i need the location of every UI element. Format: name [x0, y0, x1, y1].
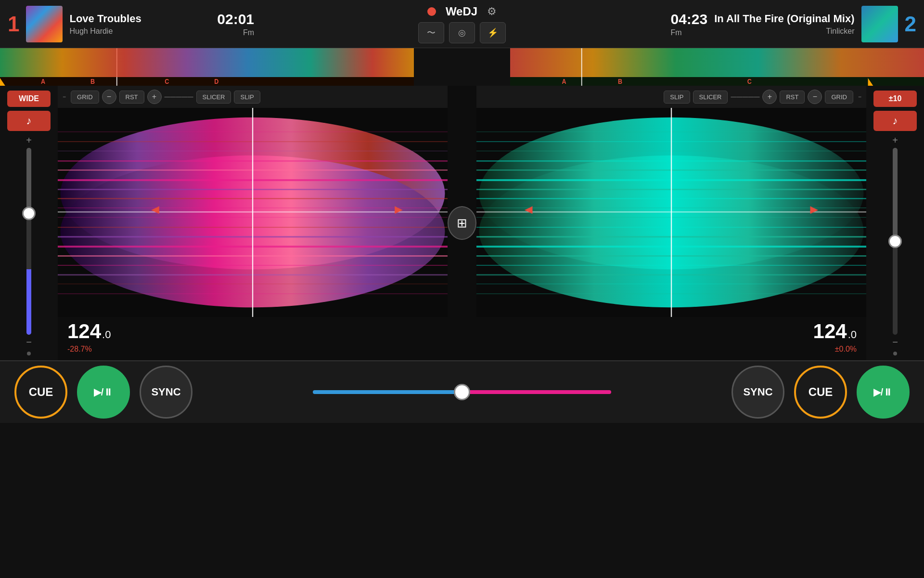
deck1-album-art[interactable]: [26, 6, 63, 42]
deck1-title: Love Troubles: [69, 13, 141, 25]
deck1-pitch-plus[interactable]: +: [26, 135, 32, 146]
center-area: ⊞: [448, 86, 476, 360]
deck2-slicer-btn[interactable]: SLICER: [693, 91, 728, 104]
deck1-grid-label-end: —————: [165, 93, 193, 100]
svg-text:B: B: [618, 78, 622, 85]
wedj-bar: WeDJ ⚙: [427, 5, 497, 18]
header: 1 Love Troubles Hugh Hardie 02:01 Fm WeD…: [0, 0, 924, 48]
deck1-time: 02:01: [217, 11, 254, 27]
waveform-btn-3[interactable]: ⚡: [480, 22, 506, 43]
svg-rect-0: [0, 48, 414, 86]
svg-rect-9: [510, 48, 924, 77]
deck2-bpm: 124: [813, 320, 847, 343]
deck1-pitch-minus[interactable]: −: [26, 337, 32, 348]
deck2-pitch-slider-wrap: + −: [870, 135, 920, 348]
deck2-grid-btn[interactable]: GRID: [825, 91, 853, 104]
overview-section: // draw random colorful bars A B C D: [0, 48, 924, 86]
deck1-waveform-toolbar: − GRID − RST + ————— SLICER SLIP: [58, 86, 448, 108]
deck2-slip-btn[interactable]: SLIP: [664, 91, 690, 104]
deck2-number: 2: [905, 12, 916, 36]
deck2-rst-btn[interactable]: RST: [780, 91, 805, 104]
deck2-title: In All The Fire (Original Mix): [714, 13, 854, 25]
center-header: WeDJ ⚙ 〜 ◎ ⚡: [270, 0, 654, 48]
deck1-pitch-offset: -28.7%: [63, 345, 443, 357]
svg-text:D: D: [214, 78, 218, 85]
deck1-bpm-display: 124 .0: [63, 320, 443, 345]
deck1-transport: CUE ▶/⏸ SYNC: [14, 366, 303, 419]
deck1-rst-btn[interactable]: RST: [119, 91, 144, 104]
deck1-grid-minus[interactable]: −: [63, 93, 66, 100]
crossfader-section: [303, 390, 621, 394]
deck2-bpm-decimal: .0: [848, 328, 857, 341]
deck2-grid-minus[interactable]: −: [858, 93, 861, 100]
deck2-time: 04:23: [670, 11, 707, 27]
deck1-fx-button[interactable]: ♪: [7, 111, 51, 131]
layout-button[interactable]: ⊞: [448, 206, 476, 240]
deck1-info: 1 Love Troubles Hugh Hardie 02:01 Fm: [0, 0, 270, 48]
deck2-waveform-display[interactable]: [476, 108, 866, 317]
record-indicator: [427, 7, 436, 16]
deck2-grid-label-end: —————: [731, 93, 759, 100]
deck1-grid-btn[interactable]: GRID: [71, 91, 99, 104]
deck2-info: 2 In All The Fire (Original Mix) Tinlick…: [654, 0, 924, 48]
transport-bar: CUE ▶/⏸ SYNC SYNC CUE ▶/⏸: [0, 360, 924, 423]
waveform-btn-2[interactable]: ◎: [449, 22, 475, 43]
svg-text:A: A: [562, 78, 566, 85]
deck2-transport: SYNC CUE ▶/⏸: [621, 366, 910, 419]
waveform-btn-1[interactable]: 〜: [418, 22, 444, 43]
app-title: WeDJ: [446, 5, 477, 18]
svg-text:A: A: [41, 78, 45, 85]
wide-button[interactable]: WIDE: [7, 91, 51, 107]
deck2-pitch-label[interactable]: ±10: [873, 91, 917, 107]
deck2-play-button[interactable]: ▶/⏸: [857, 366, 910, 419]
waveform-controls: 〜 ◎ ⚡: [418, 22, 506, 43]
crossfader-thumb[interactable]: [454, 384, 470, 400]
deck1-time-info: 02:01 Fm: [217, 11, 262, 37]
deck2-time-info: 04:23 Fm: [663, 11, 707, 37]
deck2-bpm-area: 124 .0 ±0.0%: [476, 317, 866, 360]
deck1-slip-btn[interactable]: SLIP: [234, 91, 260, 104]
deck1-pitch-slider-wrap: + −: [4, 135, 54, 348]
deck2-cue-button[interactable]: CUE: [794, 366, 847, 419]
deck1-sync-button[interactable]: SYNC: [140, 366, 192, 419]
deck2-grid-increase[interactable]: +: [762, 90, 777, 104]
deck1-artist: Hugh Hardie: [69, 27, 141, 36]
settings-icon[interactable]: ⚙: [487, 5, 497, 18]
crossfader-track[interactable]: [313, 390, 611, 394]
deck1-grid-increase[interactable]: +: [147, 90, 162, 104]
deck2-pitch-minus[interactable]: −: [892, 337, 898, 348]
deck1-play-button[interactable]: ▶/⏸: [77, 366, 130, 419]
deck1-controls: WIDE ♪ + −: [0, 86, 58, 360]
deck1-track-details: Love Troubles Hugh Hardie: [69, 13, 141, 36]
deck2-sync-button[interactable]: SYNC: [732, 366, 784, 419]
deck2-grid-decrease[interactable]: −: [808, 90, 822, 104]
deck2-track-details: In All The Fire (Original Mix) Tinlicker: [714, 13, 854, 36]
svg-text:C: C: [165, 78, 169, 85]
deck2-pitch-offset: ±0.0%: [830, 345, 861, 357]
deck2-controls: ±10 ♪ + −: [866, 86, 924, 360]
deck1-bpm-decimal: .0: [102, 328, 111, 341]
deck2-album-art[interactable]: [861, 6, 898, 42]
deck2-fx-button[interactable]: ♪: [873, 111, 917, 131]
svg-text:C: C: [747, 78, 752, 85]
overview-left[interactable]: // draw random colorful bars A B C D: [0, 48, 414, 86]
svg-rect-38: [252, 108, 253, 317]
deck1-key: Fm: [243, 28, 254, 37]
deck1-waveform-section: − GRID − RST + ————— SLICER SLIP: [58, 86, 448, 360]
deck2-pitch-slider[interactable]: [893, 148, 898, 335]
deck1-slicer-btn[interactable]: SLICER: [196, 91, 231, 104]
overview-right[interactable]: A B C: [510, 48, 924, 86]
main-area: WIDE ♪ + − − GRID − RST + ————— SLICER S…: [0, 86, 924, 360]
deck1-grid-decrease[interactable]: −: [102, 90, 116, 104]
deck2-waveform-section: − GRID − RST + ————— SLICER SLIP: [476, 86, 866, 360]
deck1-cue-button[interactable]: CUE: [14, 366, 67, 419]
crossfader-container: [313, 390, 611, 394]
deck2-artist: Tinlicker: [714, 27, 854, 36]
deck1-bpm: 124: [67, 320, 101, 343]
deck2-pitch-plus[interactable]: +: [892, 135, 898, 146]
deck1-waveform-display[interactable]: [58, 108, 448, 317]
deck1-pitch-slider[interactable]: [26, 148, 31, 335]
deck2-key: Fm: [670, 28, 681, 37]
svg-rect-1: [116, 48, 117, 86]
deck2-dot: [893, 352, 897, 355]
